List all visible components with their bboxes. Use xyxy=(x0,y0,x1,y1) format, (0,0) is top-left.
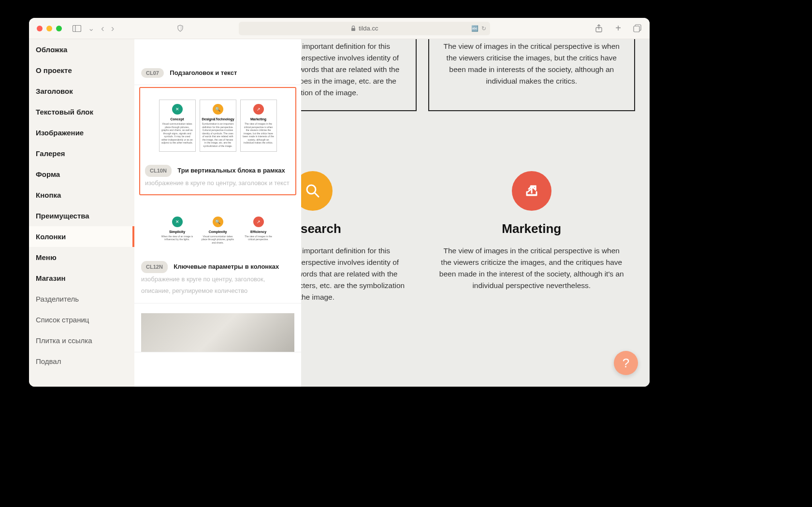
sidebar-item-title[interactable]: Заголовок xyxy=(29,81,134,101)
preview-image-placeholder xyxy=(141,313,294,352)
card-text: The view of images in the critical persp… xyxy=(438,245,626,291)
sidebar-item-text[interactable]: Текстовый блок xyxy=(29,101,134,122)
new-tab-icon[interactable]: + xyxy=(614,24,623,33)
sidebar-item-menu[interactable]: Меню xyxy=(29,247,134,268)
sidebar-item-form[interactable]: Форма xyxy=(29,164,134,185)
block-library: CL07 Подзаголовок и текст ✕ Concept Visu… xyxy=(134,39,301,387)
block-description: изображение в круге по центру, заголовок… xyxy=(141,275,265,294)
close-window-button[interactable] xyxy=(37,26,43,31)
back-button[interactable]: ‹ xyxy=(101,23,104,34)
forward-button[interactable]: › xyxy=(111,23,115,34)
sidebar-item-cover[interactable]: Обложка xyxy=(29,39,134,60)
block-title: Ключевые параметры в колонках xyxy=(174,263,279,270)
feature-card[interactable]: Marketing The view of images in the crit… xyxy=(428,159,636,315)
shield-icon[interactable] xyxy=(176,24,185,33)
block-code-badge: CL07 xyxy=(141,68,164,78)
share-icon[interactable] xyxy=(594,24,603,33)
block-description: изображение в круге по центру, заголовок… xyxy=(145,179,290,187)
block-cl07[interactable]: CL07 Подзаголовок и текст xyxy=(134,39,301,85)
reader-icon[interactable]: 🔤 xyxy=(471,25,478,32)
search-icon xyxy=(301,171,333,211)
lock-icon xyxy=(351,26,356,31)
browser-window: ⌄ ‹ › tilda.cc 🔤 ↻ + xyxy=(29,18,650,387)
card-title: Marketing xyxy=(438,221,626,236)
sidebar-item-image[interactable]: Изображение xyxy=(29,122,134,143)
minimize-window-button[interactable] xyxy=(46,26,52,31)
url-text: tilda.cc xyxy=(359,25,378,32)
share-icon: ↗ xyxy=(253,104,264,115)
sidebar-item-tile-link[interactable]: Плитка и ссылка xyxy=(29,330,134,351)
sidebar-item-gallery[interactable]: Галерея xyxy=(29,143,134,164)
feature-card[interactable]: Research Symbolization is an important d… xyxy=(301,159,417,315)
card-text: The view of images in the critical persp… xyxy=(439,41,625,87)
category-sidebar: Обложка О проекте Заголовок Текстовый бл… xyxy=(29,39,134,387)
svg-rect-5 xyxy=(634,26,639,32)
sidebar-item-features[interactable]: Преимущества xyxy=(29,205,134,226)
feature-card[interactable]: Исследование Symbolization is an importa… xyxy=(301,39,417,111)
sidebar-item-button[interactable]: Кнопка xyxy=(29,185,134,205)
block-preview: ✕ Simplicity When the view of an image i… xyxy=(141,205,294,256)
sidebar-item-footer[interactable]: Подвал xyxy=(29,351,134,372)
card-title: Research xyxy=(301,221,407,236)
share-icon: ↗ xyxy=(253,217,264,227)
reload-icon[interactable]: ↻ xyxy=(481,25,486,32)
sidebar-toggle-icon[interactable] xyxy=(72,24,81,33)
titlebar: ⌄ ‹ › tilda.cc 🔤 ↻ + xyxy=(29,18,650,39)
share-icon xyxy=(512,171,551,211)
address-bar[interactable]: tilda.cc 🔤 ↻ xyxy=(239,22,490,35)
help-button[interactable]: ? xyxy=(614,351,638,375)
block-title: Подзаголовок и текст xyxy=(170,69,237,76)
block-title: Три вертикальных блока в рамках xyxy=(177,167,285,174)
maximize-window-button[interactable] xyxy=(56,26,62,31)
window-controls xyxy=(37,26,62,31)
search-icon: 🔍 xyxy=(213,104,223,115)
page-canvas: Исследование Symbolization is an importa… xyxy=(301,39,650,387)
sidebar-item-columns[interactable]: Колонки xyxy=(29,226,134,247)
svg-rect-0 xyxy=(73,25,81,31)
sidebar-dropdown-icon[interactable]: ⌄ xyxy=(88,24,94,33)
block-code-badge: CL10N xyxy=(145,165,172,177)
shuffle-icon: ✕ xyxy=(172,217,183,227)
page-content: Обложка О проекте Заголовок Текстовый бл… xyxy=(29,39,650,387)
svg-rect-2 xyxy=(351,28,355,31)
block-code-badge: CL12N xyxy=(141,261,168,273)
sidebar-item-divider[interactable]: Разделитель xyxy=(29,289,134,309)
sidebar-item-about[interactable]: О проекте xyxy=(29,60,134,81)
block-cl10n[interactable]: ✕ Concept Visual communication takes pla… xyxy=(139,87,296,195)
block-preview: ✕ Concept Visual communication takes pla… xyxy=(145,92,290,159)
sidebar-item-pagelist[interactable]: Список страниц xyxy=(29,309,134,330)
feature-card[interactable]: Marketing The view of images in the crit… xyxy=(428,39,636,111)
search-icon: 🔍 xyxy=(213,217,223,227)
block-cl12n[interactable]: ✕ Simplicity When the view of an image i… xyxy=(134,200,301,304)
block-next[interactable] xyxy=(134,304,301,352)
tabs-overview-icon[interactable] xyxy=(633,24,642,33)
svg-line-7 xyxy=(315,193,319,197)
sidebar-item-store[interactable]: Магазин xyxy=(29,268,134,289)
card-text: Symbolization is an important definition… xyxy=(301,245,407,303)
shuffle-icon: ✕ xyxy=(172,104,183,115)
card-text: Symbolization is an important definition… xyxy=(301,41,406,99)
